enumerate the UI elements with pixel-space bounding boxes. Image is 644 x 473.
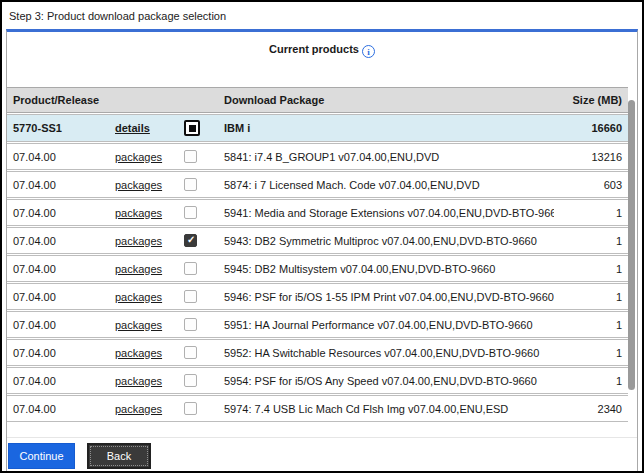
package-checkbox[interactable] bbox=[184, 150, 197, 163]
scrollbar-thumb[interactable] bbox=[628, 100, 635, 390]
table-row: 07.04.00 packages 5945: DB2 Multisystem … bbox=[7, 255, 628, 282]
table-row: 07.04.00 packages 5841: i7.4 B_GROUP1 v0… bbox=[7, 143, 628, 170]
packages-link[interactable]: packages bbox=[115, 151, 162, 163]
release-cell: 07.04.00 bbox=[7, 207, 115, 219]
package-checkbox[interactable] bbox=[184, 262, 197, 275]
header-download-package: Download Package bbox=[217, 94, 554, 106]
package-checkbox[interactable] bbox=[184, 206, 197, 219]
header-product-release: Product/Release bbox=[7, 94, 115, 106]
packages-link[interactable]: packages bbox=[115, 291, 162, 303]
table-row: 07.04.00 packages 5941: Media and Storag… bbox=[7, 199, 628, 226]
size-cell: 603 bbox=[554, 179, 628, 191]
package-cell: 5946: PSF for i5/OS 1-55 IPM Print v07.0… bbox=[217, 291, 554, 303]
release-cell: 07.04.00 bbox=[7, 291, 115, 303]
package-cell: 5974: 7.4 USB Lic Mach Cd Flsh Img v07.0… bbox=[217, 403, 554, 415]
release-cell: 07.04.00 bbox=[7, 151, 115, 163]
back-button[interactable]: Back bbox=[87, 443, 151, 469]
details-link[interactable]: details bbox=[115, 122, 150, 134]
packages-link[interactable]: packages bbox=[115, 263, 162, 275]
size-cell: 1 bbox=[554, 207, 628, 219]
package-cell: 5954: PSF for i5/OS Any Speed v07.04.00,… bbox=[217, 375, 554, 387]
release-cell: 07.04.00 bbox=[7, 347, 115, 359]
packages-link[interactable]: packages bbox=[115, 403, 162, 415]
size-cell: 2340 bbox=[554, 403, 628, 415]
packages-link[interactable]: packages bbox=[115, 207, 162, 219]
package-cell: 5951: HA Journal Performance v07.04.00,E… bbox=[217, 319, 554, 331]
table-body: 5770-SS1 details IBM i 16660 07.04.00 pa… bbox=[7, 114, 628, 422]
dialog-window: Step 3: Product download package selecti… bbox=[0, 0, 644, 473]
release-cell: 07.04.00 bbox=[7, 375, 115, 387]
panel-heading-area: Current productsi bbox=[7, 32, 637, 87]
release-cell: 07.04.00 bbox=[7, 263, 115, 275]
table-row: 07.04.00 packages 5946: PSF for i5/OS 1-… bbox=[7, 283, 628, 310]
size-cell: 1 bbox=[554, 319, 628, 331]
panel-heading: Current products bbox=[269, 43, 359, 55]
package-checkbox[interactable] bbox=[184, 374, 197, 387]
info-icon[interactable]: i bbox=[362, 45, 375, 58]
package-checkbox[interactable] bbox=[184, 346, 197, 359]
packages-link[interactable]: packages bbox=[115, 375, 162, 387]
size-cell: 1 bbox=[554, 263, 628, 275]
package-cell: 5945: DB2 Multisystem v07.04.00,ENU,DVD-… bbox=[217, 263, 554, 275]
table-row: 07.04.00 packages 5943: DB2 Symmetric Mu… bbox=[7, 227, 628, 254]
header-size-mb: Size (MB) bbox=[554, 94, 628, 106]
table-row: 07.04.00 packages 5874: i 7 Licensed Mac… bbox=[7, 171, 628, 198]
size-cell: 16660 bbox=[554, 122, 628, 134]
package-checkbox[interactable] bbox=[184, 402, 197, 415]
package-checkbox[interactable] bbox=[184, 318, 197, 331]
table-row: 07.04.00 packages 5951: HA Journal Perfo… bbox=[7, 311, 628, 338]
package-checkbox[interactable] bbox=[184, 234, 197, 247]
size-cell: 1 bbox=[554, 375, 628, 387]
packages-link[interactable]: packages bbox=[115, 179, 162, 191]
size-cell: 1 bbox=[554, 347, 628, 359]
page-title: Step 3: Product download package selecti… bbox=[2, 2, 642, 27]
package-cell: 5952: HA Switchable Resources v07.04.00,… bbox=[217, 347, 554, 359]
current-products-panel: Current productsi Product/Release Downlo… bbox=[6, 29, 638, 471]
size-cell: 13216 bbox=[554, 151, 628, 163]
package-cell: 5874: i 7 Licensed Mach. Code v07.04.00,… bbox=[217, 179, 554, 191]
release-cell: 07.04.00 bbox=[7, 235, 115, 247]
table-header-row: Product/Release Download Package Size (M… bbox=[7, 87, 628, 113]
package-cell: 5841: i7.4 B_GROUP1 v07.04.00,ENU,DVD bbox=[217, 151, 554, 163]
table-row: 07.04.00 packages 5954: PSF for i5/OS An… bbox=[7, 367, 628, 394]
release-cell: 5770-SS1 bbox=[7, 122, 115, 134]
table-row: 07.04.00 packages 5974: 7.4 USB Lic Mach… bbox=[7, 395, 628, 422]
table-row: 07.04.00 packages 5952: HA Switchable Re… bbox=[7, 339, 628, 366]
action-bar: Continue Back bbox=[7, 437, 637, 471]
size-cell: 1 bbox=[554, 291, 628, 303]
package-checkbox[interactable] bbox=[184, 120, 200, 136]
release-cell: 07.04.00 bbox=[7, 403, 115, 415]
continue-button[interactable]: Continue bbox=[8, 443, 75, 469]
package-cell: IBM i bbox=[217, 122, 554, 134]
release-cell: 07.04.00 bbox=[7, 319, 115, 331]
package-cell: 5941: Media and Storage Extensions v07.0… bbox=[217, 207, 554, 219]
table-scrollbar[interactable] bbox=[628, 90, 636, 442]
table-row: 5770-SS1 details IBM i 16660 bbox=[7, 114, 628, 142]
products-table: Product/Release Download Package Size (M… bbox=[7, 87, 628, 422]
packages-link[interactable]: packages bbox=[115, 235, 162, 247]
package-checkbox[interactable] bbox=[184, 290, 197, 303]
package-cell: 5943: DB2 Symmetric Multiproc v07.04.00,… bbox=[217, 235, 554, 247]
size-cell: 1 bbox=[554, 235, 628, 247]
package-checkbox[interactable] bbox=[184, 178, 197, 191]
release-cell: 07.04.00 bbox=[7, 179, 115, 191]
packages-link[interactable]: packages bbox=[115, 319, 162, 331]
packages-link[interactable]: packages bbox=[115, 347, 162, 359]
